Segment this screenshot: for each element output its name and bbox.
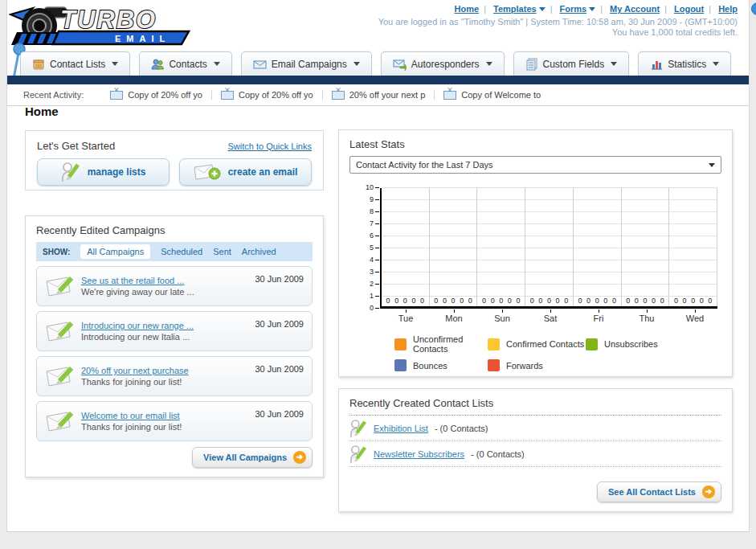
campaigns-panel-title: Recently Edited Campaigns [36,224,313,236]
tab-statistics[interactable]: Statistics [638,51,731,76]
campaign-subtitle: We're giving away our late ... [81,286,247,297]
tab-autoresponders[interactable]: Autoresponders [381,51,505,76]
tab-email-campaigns[interactable]: Email Campaigns [241,51,372,76]
y-tick-label: 8 [370,207,374,215]
data-value-label: 0 [530,297,534,305]
stats-report-select[interactable]: Contact Activity for the Last 7 Days [349,156,721,174]
see-all-contact-lists-button[interactable]: See All Contact Lists ➔ [597,481,721,502]
recently-created-contact-lists-panel: Recently Created Contact Lists Exhibitio… [338,388,733,512]
recent-activity-item[interactable]: Copy of 20% off yo [101,90,211,100]
campaign-subtitle: Introducing our new Italia ... [81,331,247,342]
recent-activity-bar: Recent Activity: Copy of 20% off yo Copy… [7,84,749,106]
x-tick-label: Fri [574,309,623,323]
campaign-filter-bar: SHOW: All Campaigns Scheduled Sent Archi… [36,242,313,261]
envelope-pencil-icon [45,365,74,387]
legend-item: Unconfirmed Contacts [394,334,488,354]
data-value-label: 0 [482,297,486,305]
data-value-label: 0 [586,297,590,305]
campaign-title-link[interactable]: 20% off your next purchase [81,365,247,376]
filter-scheduled[interactable]: Scheduled [161,247,202,256]
get-started-title: Let's Get Started [37,140,115,152]
envelope-icon [443,91,456,100]
y-tick-label: 2 [370,280,374,288]
chevron-down-icon [486,62,492,66]
value-label-row: 00000 [382,297,429,305]
value-label-row: 00000 [622,297,669,305]
value-label-row: 00000 [525,297,573,305]
tab-custom-fields[interactable]: Custom Fields [513,51,630,76]
data-value-label: 0 [516,297,520,305]
data-value-label: 0 [394,297,398,305]
y-tick-label: 7 [370,219,374,227]
contact-list-count: - (0 Contacts) [471,449,525,459]
recent-activity-item[interactable]: 20% off your next p [322,90,435,100]
campaign-title-link[interactable]: See us at the retail food ... [81,275,247,286]
legend-item: Unsubscribes [586,334,721,354]
campaign-title-link[interactable]: Introducing our new range ... [81,320,247,331]
legend-swatch [394,338,407,350]
envelope-plus-icon [194,162,221,182]
email-campaigns-icon [253,58,267,71]
manage-lists-button[interactable]: manage lists [37,158,170,186]
envelope-pencil-icon [45,410,74,432]
nav-link-my-account[interactable]: My Account [610,4,660,14]
filter-show-label: SHOW: [43,248,70,256]
envelope-pencil-icon [45,320,74,342]
divider [546,4,558,14]
tab-label: Custom Fields [543,59,605,70]
campaign-row[interactable]: Introducing our new range ... Introducin… [36,311,313,351]
logo-subtitle-text: EMAIL [115,34,170,43]
person-pencil-icon [61,162,80,182]
filter-all-campaigns[interactable]: All Campaigns [80,244,150,259]
data-value-label: 0 [700,297,704,305]
recent-activity-item-label: Copy of 20% off yo [239,90,313,100]
arrow-right-icon: ➔ [702,485,715,498]
switch-quick-links-link[interactable]: Switch to Quick Links [227,141,312,151]
campaign-row[interactable]: Welcome to our email list Thanks for joi… [36,401,313,441]
contact-list-row[interactable]: Newsletter Subscribers - (0 Contacts) [349,441,721,467]
view-all-campaigns-button[interactable]: View All Campaigns ➔ [192,447,313,468]
legend-swatch [488,359,500,371]
page-title: Home [25,104,59,118]
arrow-right-icon: ➔ [293,451,306,464]
value-label-row: 00000 [669,297,717,305]
contact-list-link[interactable]: Exhibition List [374,424,428,433]
tab-contact-lists[interactable]: Contact Lists [20,51,130,76]
tab-contacts[interactable]: Contacts [139,51,231,76]
app-logo[interactable]: TURBO EMAIL [9,2,195,51]
recent-activity-label: Recent Activity: [23,90,84,100]
contact-list-count: - (0 Contacts) [435,424,488,433]
nav-link-home[interactable]: Home [455,4,480,14]
nav-link-help[interactable]: Help [718,4,738,14]
campaign-date: 30 Jun 2009 [255,274,304,284]
x-tick-label: Mon [430,309,478,323]
value-label-row: 00000 [477,297,525,305]
contact-list-link[interactable]: Newsletter Subscribers [374,449,464,459]
data-value-label: 0 [460,297,464,305]
application-window: TURBO EMAIL Home Templates Forms My Acco… [0,0,756,549]
data-value-label: 0 [612,297,616,305]
nav-link-logout[interactable]: Logout [674,4,704,14]
create-email-button[interactable]: create an email [179,158,312,186]
nav-link-forms[interactable]: Forms [560,4,596,14]
chevron-down-icon [539,7,546,11]
filter-sent[interactable]: Sent [213,247,231,256]
campaign-row[interactable]: 20% off your next purchase Thanks for jo… [36,356,313,396]
recent-activity-item[interactable]: Copy of Welcome to [434,90,550,100]
chart-legend: Unconfirmed ContactsConfirmed ContactsUn… [394,334,721,371]
data-value-label: 0 [386,297,390,305]
chart-plot: 00000000000000000000000000000000000 [380,188,717,309]
nav-link-label: Logout [674,4,704,14]
x-tick-label: Sun [478,309,526,323]
chart-y-axis: 012345678910 [358,188,380,309]
nav-link-templates[interactable]: Templates [493,4,546,14]
recent-activity-item[interactable]: Copy of 20% off yo [211,90,322,100]
contact-list-row[interactable]: Exhibition List - (0 Contacts) [349,416,721,441]
filter-archived[interactable]: Archived [242,247,276,256]
campaign-title-link[interactable]: Welcome to our email list [81,410,247,421]
campaign-row[interactable]: See us at the retail food ... We're givi… [36,266,313,306]
tab-label: Autoresponders [411,59,480,70]
data-value-label: 0 [691,297,695,305]
help-balloon-icon[interactable] [751,2,756,15]
legend-swatch [488,338,500,350]
